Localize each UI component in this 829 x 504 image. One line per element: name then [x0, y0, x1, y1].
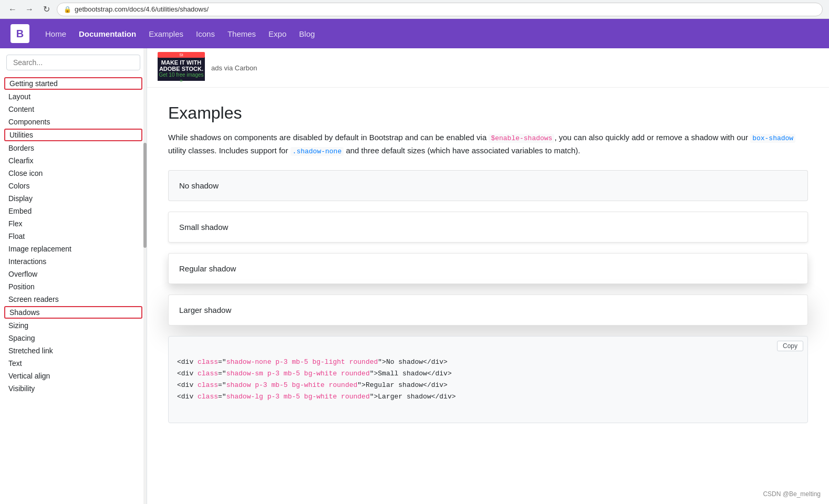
url-bar[interactable]: 🔒 getbootstrap.com/docs/4.6/utilities/sh… [57, 3, 823, 16]
sidebar-section-utilities[interactable]: Utilities [4, 129, 142, 141]
sidebar-item-embed[interactable]: Embed [0, 205, 147, 217]
demo-regular-shadow-label: Regular shadow [179, 264, 236, 273]
nav-icons[interactable]: Icons [195, 27, 216, 40]
sidebar-item-screen-readers[interactable]: Screen readers [0, 293, 147, 306]
nav-expo[interactable]: Expo [267, 27, 287, 40]
sidebar-item-text[interactable]: Text [0, 357, 147, 370]
browser-bar: ← → ↻ 🔒 getbootstrap.com/docs/4.6/utilit… [0, 0, 829, 19]
search-input[interactable] [6, 55, 140, 70]
main-content: St MAKE IT WITH ADOBE STOCK. Get 10 free… [147, 48, 829, 504]
demo-regular-shadow: Regular shadow [168, 253, 808, 284]
sidebar-item-colors[interactable]: Colors [0, 180, 147, 192]
back-button[interactable]: ← [6, 3, 19, 16]
ad-badge: St [158, 52, 205, 58]
sidebar-section-content[interactable]: Content [0, 103, 147, 116]
code-box-shadow: box-shadow [750, 134, 795, 143]
sidebar-item-clearfix[interactable]: Clearfix [0, 154, 147, 167]
refresh-button[interactable]: ↻ [40, 3, 53, 16]
code-block: <div class="shadow-none p-3 mb-5 bg-ligh… [177, 345, 799, 415]
scrollbar-thumb[interactable] [143, 143, 147, 248]
sidebar-item-vertical-align[interactable]: Vertical align [0, 370, 147, 382]
demo-larger-shadow-label: Larger shadow [179, 306, 231, 314]
sidebar-section-components[interactable]: Components [0, 116, 147, 128]
page-title: Examples [168, 103, 808, 123]
sidebar-section-getting-started[interactable]: Getting started [4, 77, 142, 90]
description-text: While shadows on components are disabled… [168, 131, 808, 158]
sidebar-item-spacing[interactable]: Spacing [0, 332, 147, 344]
content-area: Examples While shadows on components are… [147, 88, 829, 439]
demo-no-shadow: No shadow [168, 170, 808, 201]
sidebar-item-image-replacement[interactable]: Image replacement [0, 243, 147, 255]
sidebar-item-flex[interactable]: Flex [0, 217, 147, 230]
sidebar-item-borders[interactable]: Borders [0, 142, 147, 154]
sidebar-item-shadows[interactable]: Shadows [4, 306, 142, 319]
sidebar: Getting started Layout Content Component… [0, 48, 147, 504]
url-text: getbootstrap.com/docs/4.6/utilities/shad… [75, 5, 209, 13]
copy-button[interactable]: Copy [777, 341, 803, 351]
demo-small-shadow: Small shadow [168, 212, 808, 243]
nav-blog[interactable]: Blog [298, 27, 316, 40]
nav-examples[interactable]: Examples [148, 27, 184, 40]
demo-larger-shadow: Larger shadow [168, 295, 808, 326]
brand-logo[interactable]: B [11, 24, 29, 43]
sidebar-item-visibility[interactable]: Visibility [0, 382, 147, 395]
scrollbar-track [143, 48, 147, 504]
nav-home[interactable]: Home [44, 27, 67, 40]
page-layout: Getting started Layout Content Component… [0, 48, 829, 504]
sidebar-item-sizing[interactable]: Sizing [0, 319, 147, 332]
code-block-wrapper: Copy <div class="shadow-none p-3 mb-5 bg… [168, 336, 808, 424]
code-shadow-none: .shadow-none [291, 147, 344, 156]
ad-subtext: Get 10 free images » [158, 72, 205, 83]
navbar: B Home Documentation Examples Icons Them… [0, 19, 829, 48]
nav-themes[interactable]: Themes [226, 27, 257, 40]
sidebar-item-close-icon[interactable]: Close icon [0, 167, 147, 180]
ad-banner: St MAKE IT WITH ADOBE STOCK. Get 10 free… [147, 48, 829, 88]
demo-no-shadow-label: No shadow [179, 181, 219, 190]
ad-description: ads via Carbon [211, 64, 257, 72]
lock-icon: 🔒 [64, 6, 71, 13]
demo-small-shadow-label: Small shadow [179, 223, 228, 232]
sidebar-item-position[interactable]: Position [0, 280, 147, 293]
sidebar-item-overflow[interactable]: Overflow [0, 268, 147, 280]
ad-image[interactable]: St MAKE IT WITH ADOBE STOCK. Get 10 free… [158, 55, 205, 81]
sidebar-section-layout[interactable]: Layout [0, 90, 147, 103]
code-enable-shadows: $enable-shadows [489, 134, 554, 143]
watermark: CSDN @Be_melting [763, 490, 821, 498]
nav-documentation[interactable]: Documentation [78, 27, 137, 40]
sidebar-item-stretched-link[interactable]: Stretched link [0, 344, 147, 357]
sidebar-item-display[interactable]: Display [0, 192, 147, 205]
forward-button[interactable]: → [23, 3, 36, 16]
ad-text-main: MAKE IT WITH ADOBE STOCK. [158, 59, 205, 72]
sidebar-item-interactions[interactable]: Interactions [0, 255, 147, 268]
sidebar-item-float[interactable]: Float [0, 230, 147, 243]
